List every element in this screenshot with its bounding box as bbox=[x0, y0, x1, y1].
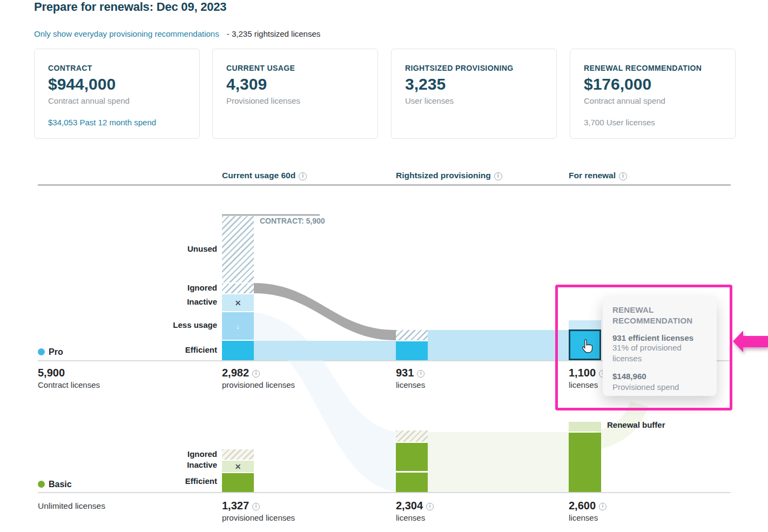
legend-pro: Pro bbox=[38, 347, 63, 357]
tooltip-share: 31% of provisioned licenses bbox=[612, 342, 709, 365]
pro-inactive-segment[interactable]: ✕ bbox=[222, 294, 254, 311]
basic-ignored-segment[interactable] bbox=[222, 449, 254, 460]
basic-provisioned-count: 1,327i bbox=[222, 500, 260, 512]
pro-downgrade-flow bbox=[254, 312, 396, 492]
pro-efficient-flow-1 bbox=[254, 341, 396, 360]
tooltip-title: RENEWAL RECOMMENDATION bbox=[612, 305, 709, 327]
info-icon[interactable]: i bbox=[252, 503, 260, 510]
renewal-recommendation-tooltip: RENEWAL RECOMMENDATION 931 efficient lic… bbox=[603, 296, 717, 396]
close-icon: ✕ bbox=[235, 299, 241, 307]
basic-rightsized-count: 2,304i bbox=[396, 500, 434, 512]
basic-rightsized-downgrade-segment[interactable] bbox=[396, 473, 428, 492]
pro-renewal-count: 1,100i bbox=[569, 367, 607, 379]
pro-rightsized-count: 931i bbox=[396, 367, 425, 379]
stat-number: 2,304 bbox=[396, 500, 423, 511]
pro-contract-count: 5,900 bbox=[38, 367, 65, 379]
info-icon[interactable]: i bbox=[426, 503, 434, 510]
basic-renewal-count-label: licenses bbox=[569, 513, 598, 522]
basic-inactive-segment[interactable]: ✕ bbox=[222, 461, 254, 472]
contract-cap-label: CONTRACT: 5,900 bbox=[260, 217, 325, 225]
basic-provisioned-count-label: provisioned licenses bbox=[222, 513, 295, 522]
stat-number: 2,600 bbox=[569, 500, 596, 511]
segment-label-less-usage: Less usage bbox=[131, 320, 217, 329]
info-icon[interactable]: i bbox=[599, 503, 607, 510]
pro-rightsized-efficient-segment[interactable] bbox=[396, 341, 428, 360]
basic-rightsized-ignored-segment[interactable] bbox=[396, 430, 428, 442]
basic-rightsized-efficient-segment[interactable] bbox=[396, 443, 428, 471]
renewal-dashboard: Prepare for renewals: Dec 09, 2023 Only … bbox=[0, 0, 768, 532]
close-icon: ✕ bbox=[235, 462, 241, 471]
sankey-flows bbox=[0, 0, 768, 532]
pro-contract-count-label: Contract licenses bbox=[38, 380, 100, 389]
pro-less-usage-segment[interactable]: ↓ bbox=[222, 312, 254, 340]
segment-label-efficient: Efficient bbox=[131, 345, 217, 354]
pro-unused-segment[interactable] bbox=[222, 216, 254, 282]
stat-number: 931 bbox=[396, 367, 414, 379]
stat-number: 1,327 bbox=[222, 500, 249, 511]
pro-ignored-segment[interactable] bbox=[222, 284, 254, 293]
basic-efficient-segment[interactable] bbox=[222, 473, 254, 492]
segment-label-unused: Unused bbox=[131, 244, 217, 253]
tooltip-licenses: 931 efficient licenses bbox=[612, 333, 709, 342]
basic-renewal-count: 2,600i bbox=[569, 500, 607, 512]
legend-label: Basic bbox=[49, 480, 72, 489]
pro-renewal-efficient-segment-selected[interactable] bbox=[569, 329, 601, 360]
info-icon[interactable]: i bbox=[252, 370, 260, 378]
pro-renewal-buffer-segment[interactable] bbox=[569, 320, 601, 330]
renewal-buffer-label: Renewal buffer bbox=[607, 420, 665, 429]
pro-rightsized-count-label: licenses bbox=[396, 380, 425, 389]
hand-cursor-icon bbox=[580, 338, 595, 354]
legend-label: Pro bbox=[49, 347, 63, 356]
stat-number: 2,982 bbox=[222, 367, 249, 379]
basic-renewal-flow bbox=[428, 432, 569, 492]
segment-label-efficient: Efficient bbox=[131, 476, 217, 486]
segment-label-ignored: Ignored bbox=[131, 283, 217, 292]
segment-label-inactive: Inactive bbox=[131, 297, 217, 306]
contract-cap-line bbox=[222, 214, 320, 216]
legend-basic: Basic bbox=[38, 480, 72, 489]
basic-renewal-buffer-segment[interactable] bbox=[569, 422, 601, 432]
stat-number: 1,100 bbox=[569, 367, 596, 379]
tooltip-spend-label: Provisioned spend bbox=[612, 382, 709, 393]
basic-contract-label: Unlimited licenses bbox=[38, 501, 105, 511]
segment-label-ignored: Ignored bbox=[131, 449, 217, 459]
arrow-down-icon: ↓ bbox=[236, 322, 240, 331]
pro-provisioned-count: 2,982i bbox=[222, 367, 260, 379]
pro-provisioned-count-label: provisioned licenses bbox=[222, 380, 295, 389]
basic-rightsized-count-label: licenses bbox=[396, 513, 425, 522]
tooltip-spend: $148,960 bbox=[612, 372, 709, 381]
pro-efficient-flow-2 bbox=[428, 330, 569, 360]
basic-dot-icon bbox=[38, 481, 45, 488]
pro-efficient-segment[interactable] bbox=[222, 341, 254, 360]
basic-renewal-efficient-segment[interactable] bbox=[569, 433, 601, 492]
info-icon[interactable]: i bbox=[417, 370, 425, 378]
pro-renewal-count-label: licenses bbox=[569, 380, 598, 389]
pro-dot-icon bbox=[38, 348, 45, 355]
segment-label-inactive: Inactive bbox=[131, 460, 217, 469]
pro-rightsized-ignored-segment[interactable] bbox=[396, 330, 428, 340]
